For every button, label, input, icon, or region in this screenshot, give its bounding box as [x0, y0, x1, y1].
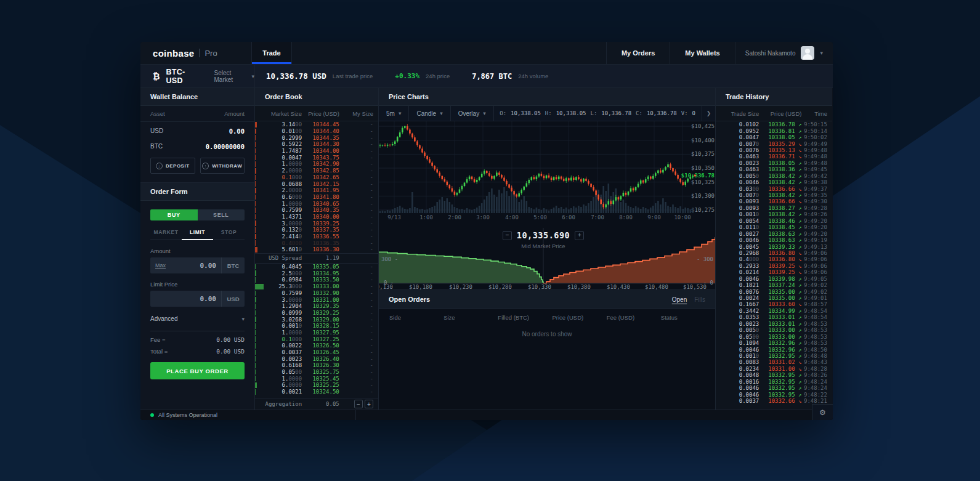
order-book-row[interactable]: 2.0000 10341.95 - [255, 187, 378, 194]
aggregation-decrease-button[interactable]: − [354, 400, 363, 408]
max-link[interactable]: Max [155, 262, 166, 269]
order-book-row[interactable]: 0.0010 10328.15 - [255, 323, 378, 329]
buy-tab[interactable]: BUY [150, 209, 198, 220]
order-book-row[interactable]: 0.0100 10344.40 - [255, 128, 378, 135]
trade-row: 0.0010 10332.95 ↗ 9:48:48 [716, 353, 832, 359]
tab-fills[interactable]: Fills [694, 296, 705, 303]
order-book-row[interactable]: 3.0000 10339.25 - [255, 220, 378, 227]
settings-button[interactable]: ⚙ [812, 404, 833, 420]
order-book-row[interactable]: 0.6000 10341.80 - [255, 194, 378, 201]
tab-open[interactable]: Open [672, 296, 687, 303]
order-book-row[interactable]: 0.7599 10332.90 - [255, 290, 378, 297]
last-trade-price: 10,336.78 USD [266, 71, 326, 81]
order-book-row[interactable]: 0.0688 10342.15 - [255, 180, 378, 187]
account-name: Satoshi Nakamoto [745, 50, 796, 57]
limit-price-label: Limit Price [150, 281, 245, 288]
order-book-row[interactable]: 0.0021 10324.50 - [255, 389, 378, 395]
advanced-toggle[interactable]: Advanced ▾ [150, 314, 245, 331]
tab-limit[interactable]: LIMIT [182, 229, 213, 240]
mid-market-increase-button[interactable]: + [575, 231, 584, 240]
order-book-row[interactable]: 1.0000 10340.65 - [255, 200, 378, 207]
spread-value: 1.19 [302, 255, 339, 261]
order-book-row[interactable]: 0.4045 10335.05 - [255, 264, 378, 270]
collapse-panel-icon[interactable]: ❯ [702, 106, 715, 121]
wallet-balance-header: Wallet Balance [140, 88, 254, 106]
order-book-row[interactable]: 2.4140 10336.55 - [255, 233, 378, 240]
order-book-row[interactable]: 2.0000 10342.85 - [255, 168, 378, 174]
order-book-row[interactable]: 3.1400 10344.45 - [255, 121, 378, 128]
order-book-row[interactable]: 0.0023 10326.40 - [255, 355, 378, 362]
order-book-row[interactable]: 0.0984 10333.50 - [255, 277, 378, 283]
tab-stop[interactable]: STOP [213, 229, 245, 240]
order-book-row[interactable]: 0.2999 10344.35 - [255, 134, 378, 141]
gear-icon: ⚙ [819, 408, 826, 417]
candlestick-chart[interactable]: 9/131:002:003:004:005:006:007:008:009:00… [379, 121, 715, 222]
logo[interactable]: coinbase Pro [140, 42, 251, 64]
status-dot-icon [150, 413, 154, 417]
order-book-row[interactable]: 5.6010 10336.30 - [255, 246, 378, 253]
aggregation-label: Aggregation [260, 401, 302, 407]
aggregation-increase-button[interactable]: + [365, 400, 373, 408]
system-status[interactable]: All Systems Operational [140, 410, 356, 420]
nav-spacer [292, 42, 606, 64]
sell-tab[interactable]: SELL [198, 209, 245, 220]
nav-my-orders[interactable]: My Orders [606, 42, 670, 64]
svg-text:7:00: 7:00 [591, 214, 604, 220]
order-book-row[interactable]: 6.0000 10325.25 - [255, 382, 378, 389]
trade-row: 0.1667 10333.60 ↘ 9:48:57 [716, 301, 832, 307]
order-book-row[interactable]: 0.6168 10326.30 - [255, 362, 378, 369]
deposit-button[interactable]: ↓ DEPOSIT [150, 158, 195, 174]
order-book-row[interactable]: 0.1320 10337.35 - [255, 227, 378, 233]
order-book-row[interactable]: 0.0500 10325.75 - [255, 369, 378, 376]
select-market-label: Select Market [214, 70, 249, 83]
order-book-row[interactable]: 1.0000 10342.90 - [255, 161, 378, 168]
depth-bar [255, 376, 256, 381]
order-book-row[interactable]: 3.0000 10331.00 - [255, 296, 378, 303]
trade-row: 0.0037 10332.66 ↘ 9:48:21 [716, 398, 832, 404]
depth-bar [255, 122, 257, 127]
svg-text:$10,280: $10,280 [488, 284, 512, 289]
order-book-row[interactable]: 25.3000 10333.00 - [255, 283, 378, 290]
order-book-row[interactable]: 3.0268 10329.00 - [255, 316, 378, 323]
amount-field[interactable]: Max 0.00 BTC [150, 257, 245, 273]
order-book-row[interactable]: 0.5922 10344.30 - [255, 141, 378, 148]
order-book-header: Order Book [255, 88, 378, 106]
withdraw-button[interactable]: ↑ WITHDRAW [200, 158, 245, 174]
trade-row: 0.0046 10339.98 ↗ 9:49:05 [716, 276, 832, 282]
tab-trade[interactable]: Trade [251, 42, 292, 64]
interval-dropdown[interactable]: 5m ▾ [379, 106, 409, 121]
order-book-row[interactable]: 0.1000 10327.25 - [255, 336, 378, 342]
order-book-row[interactable]: 0.7599 10340.35 - [255, 207, 378, 214]
order-book-row[interactable]: 0.0999 10329.25 - [255, 310, 378, 317]
main-content: Wallet Balance Asset Amount USD 0.00 BTC… [140, 88, 833, 410]
place-buy-order-button[interactable]: PLACE BUY ORDER [150, 362, 245, 379]
select-market-dropdown[interactable]: Select Market ▾ [214, 70, 255, 83]
order-book-row[interactable]: 1.2904 10329.35 - [255, 303, 378, 310]
order-book-row[interactable]: 0.4000 10336.35 - [255, 240, 378, 246]
depth-bar [255, 363, 256, 368]
order-book-row[interactable]: 1.0000 10327.95 - [255, 329, 378, 336]
tab-market[interactable]: MARKET [150, 229, 182, 240]
order-book-row[interactable]: 0.0022 10326.50 - [255, 342, 378, 349]
depth-bar [255, 291, 256, 296]
order-book-row[interactable]: 2.5000 10334.95 - [255, 270, 378, 277]
limit-price-field[interactable]: 0.00 USD [150, 291, 245, 307]
overlay-dropdown[interactable]: Overlay ▾ [451, 106, 494, 121]
order-book-row[interactable]: 0.1000 10342.65 - [255, 174, 378, 181]
pair-label: BTC-USD [166, 68, 199, 85]
order-book-row[interactable]: 1.7487 10344.00 - [255, 148, 378, 155]
order-book-row[interactable]: 1.4371 10340.00 - [255, 214, 378, 220]
wallet-actions: ↓ DEPOSIT ↑ WITHDRAW [140, 153, 254, 183]
depth-chart[interactable]: 300 -0 -- 300- 0$10,130$10,180$10,230$10… [379, 222, 715, 289]
logo-pro-label: Pro [205, 49, 217, 58]
mid-market-decrease-button[interactable]: − [503, 231, 512, 240]
order-book-row[interactable]: 0.0047 10343.75 - [255, 154, 378, 161]
nav-my-wallets[interactable]: My Wallets [670, 42, 734, 64]
chart-type-dropdown[interactable]: Candle ▾ [409, 106, 450, 121]
bids-list: 0.4045 10335.05 - 2.5000 10334.95 - 0.09… [255, 264, 378, 395]
order-book-row[interactable]: 0.0037 10326.45 - [255, 349, 378, 356]
account-menu[interactable]: Satoshi Nakamoto ▾ [735, 42, 833, 64]
svg-text:9:00: 9:00 [647, 214, 661, 220]
logo-divider [199, 49, 200, 57]
order-book-row[interactable]: 1.0000 10325.45 - [255, 375, 378, 382]
